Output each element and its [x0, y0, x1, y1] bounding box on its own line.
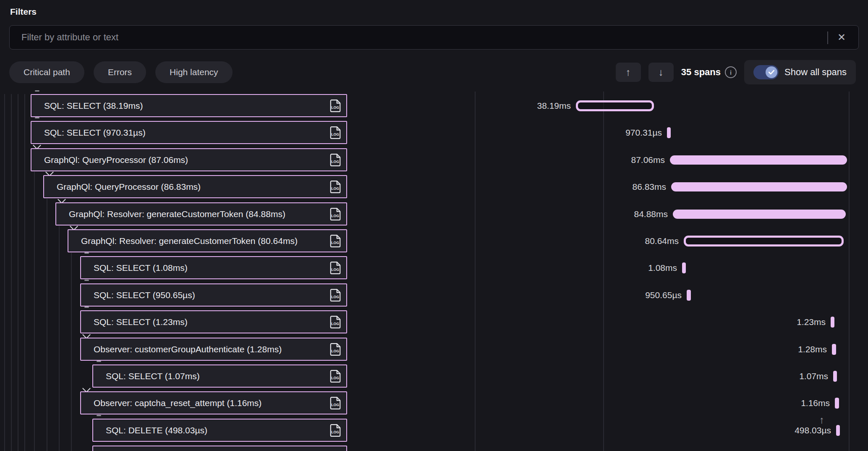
- tree-guide-line: [4, 94, 5, 451]
- filter-chip-critical-path[interactable]: Critical path: [9, 61, 84, 83]
- duration-bar[interactable]: [833, 371, 837, 382]
- svg-text:LOG: LOG: [331, 132, 339, 136]
- span-label: SQL: DELETE (498.03µs): [106, 425, 346, 435]
- filter-chip-high-latency[interactable]: High latency: [155, 61, 233, 83]
- span-duration: 1.08ms: [543, 263, 677, 273]
- span-label: SQL: SELECT (1.07ms): [106, 371, 346, 381]
- span-duration: 86.83ms: [532, 182, 666, 192]
- log-icon[interactable]: LOG: [329, 207, 341, 221]
- tree-guide-line: [24, 94, 25, 451]
- log-icon[interactable]: LOG: [329, 234, 341, 248]
- span-row[interactable]: SQL: SELECT (1.08ms) LOG: [80, 256, 347, 279]
- next-span-button[interactable]: ↓: [648, 63, 674, 82]
- span-row[interactable]: GraphQl: Resolver: generateCustomerToken…: [55, 202, 347, 225]
- svg-text:LOG: LOG: [331, 430, 339, 434]
- leaf-tick-icon: [97, 361, 101, 362]
- span-row[interactable]: SQL: SELECT (1.07ms) LOG: [92, 364, 347, 388]
- duration-bar[interactable]: [671, 182, 847, 191]
- input-divider: [827, 31, 828, 44]
- span-row[interactable]: GraphQl: QueryProcessor (87.06ms) LOG: [31, 148, 347, 171]
- span-duration: 1.16ms: [695, 398, 830, 408]
- span-row[interactable]: Observer: captcha_reset_attempt (1.16ms)…: [80, 391, 347, 414]
- span-row[interactable]: SQL: SELECT (1.23ms) LOG: [80, 310, 347, 333]
- span-row[interactable]: Observer: customerGroupAuthenticate (1.2…: [80, 338, 347, 361]
- filters-heading: Filters: [10, 7, 37, 17]
- duration-bar[interactable]: [667, 127, 671, 138]
- scroll-up-hint-icon[interactable]: ↑: [819, 414, 824, 426]
- span-duration: 970.31µs: [528, 128, 662, 138]
- show-all-spans-label: Show all spans: [784, 67, 847, 78]
- log-icon[interactable]: LOG: [329, 126, 341, 139]
- svg-text:LOG: LOG: [331, 105, 339, 110]
- clear-filter-icon[interactable]: ✕: [831, 26, 852, 49]
- leaf-tick-icon: [84, 307, 89, 308]
- svg-text:LOG: LOG: [331, 403, 339, 407]
- duration-bar[interactable]: [684, 236, 844, 246]
- duration-bar[interactable]: [687, 290, 691, 301]
- log-icon[interactable]: LOG: [329, 370, 341, 383]
- duration-bar[interactable]: [836, 425, 840, 436]
- info-icon[interactable]: i: [725, 66, 737, 78]
- check-icon: [769, 70, 774, 75]
- duration-bar[interactable]: [832, 344, 836, 355]
- span-row[interactable]: GraphQl: QueryProcessor (86.83ms) LOG: [43, 175, 347, 198]
- span-row[interactable]: SQL: SELECT (970.31µs) LOG: [31, 121, 347, 144]
- svg-text:LOG: LOG: [331, 349, 339, 353]
- leaf-tick-icon: [97, 415, 101, 416]
- span-row[interactable]: SQL: SELECT (950.65µs) LOG: [80, 283, 347, 307]
- waterfall-toolbar: ↑ ↓ 35 spans i Show all spans: [616, 60, 856, 84]
- svg-text:LOG: LOG: [331, 160, 339, 164]
- span-duration: 87.06ms: [531, 155, 665, 165]
- svg-text:LOG: LOG: [331, 322, 339, 326]
- tree-guide-line: [11, 94, 12, 451]
- duration-bar[interactable]: [673, 210, 846, 219]
- log-icon[interactable]: LOG: [329, 343, 341, 356]
- log-icon[interactable]: LOG: [329, 153, 341, 167]
- span-label: Observer: captcha_reset_attempt (1.16ms): [94, 398, 346, 408]
- duration-bar[interactable]: [831, 317, 834, 328]
- filter-input[interactable]: [10, 26, 858, 49]
- duration-bar[interactable]: [576, 100, 654, 111]
- tree-guide-line: [34, 172, 35, 451]
- span-label: SQL: SELECT (38.19ms): [44, 101, 346, 111]
- tree-guide-line: [71, 253, 72, 451]
- log-icon[interactable]: LOG: [329, 396, 341, 410]
- span-label: Observer: customerGroupAuthenticate (1.2…: [94, 344, 346, 354]
- span-duration: 38.19ms: [437, 101, 571, 111]
- log-icon[interactable]: LOG: [329, 288, 341, 302]
- show-all-spans-toggle[interactable]: [753, 65, 779, 79]
- prev-span-button[interactable]: ↑: [616, 63, 641, 82]
- span-row[interactable]: GraphQl: Resolver: generateCustomerToken…: [68, 229, 347, 252]
- time-gridline: [849, 92, 850, 451]
- log-icon[interactable]: LOG: [329, 99, 341, 113]
- span-label: SQL: SELECT (970.31µs): [44, 128, 346, 138]
- leaf-tick-icon: [84, 252, 89, 254]
- log-icon[interactable]: LOG: [329, 424, 341, 437]
- filter-input-container: ✕: [9, 25, 859, 50]
- log-icon[interactable]: LOG: [329, 315, 341, 329]
- duration-bar[interactable]: [835, 398, 839, 409]
- toggle-knob: [766, 66, 777, 78]
- span-duration: 498.03µs: [697, 425, 831, 435]
- leaf-tick-icon: [84, 280, 89, 281]
- span-label: GraphQl: QueryProcessor (87.06ms): [44, 155, 346, 165]
- span-label: GraphQl: Resolver: generateCustomerToken…: [69, 209, 346, 219]
- svg-text:LOG: LOG: [331, 214, 339, 218]
- svg-text:LOG: LOG: [331, 241, 339, 245]
- span-row[interactable]: SQL: DELETE (498.03µs) LOG: [92, 419, 347, 442]
- span-label: GraphQl: Resolver: generateCustomerToken…: [81, 236, 346, 246]
- span-count: 35 spans: [681, 67, 721, 78]
- filter-chip-errors[interactable]: Errors: [94, 61, 146, 83]
- span-row-partial[interactable]: [92, 446, 347, 451]
- log-icon[interactable]: LOG: [329, 180, 341, 194]
- log-icon[interactable]: LOG: [329, 261, 341, 275]
- span-duration: 1.07ms: [694, 371, 828, 381]
- time-gridline: [475, 92, 476, 451]
- svg-text:LOG: LOG: [331, 295, 339, 299]
- filter-chips: Critical pathErrorsHigh latency: [9, 61, 233, 83]
- duration-bar[interactable]: [682, 262, 686, 273]
- span-row[interactable]: SQL: SELECT (38.19ms) LOG: [31, 94, 347, 117]
- span-duration: 950.65µs: [547, 290, 682, 300]
- tree-guide-line: [18, 94, 18, 451]
- duration-bar[interactable]: [670, 155, 847, 165]
